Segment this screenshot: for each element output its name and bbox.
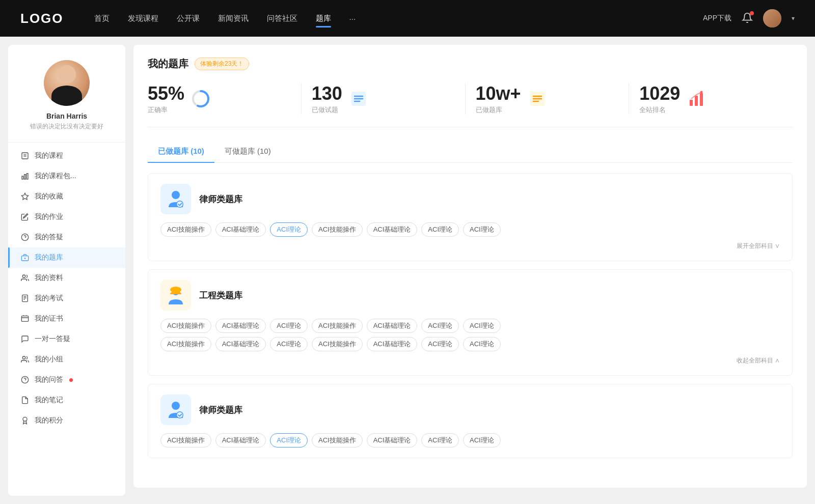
nav-questionbank[interactable]: 题库 (316, 12, 331, 25)
collapse-link-engineer[interactable]: 收起全部科目 ∧ (160, 356, 780, 365)
lawyer2-bank-icon (160, 395, 191, 425)
tag[interactable]: ACI理论 (421, 433, 459, 447)
stat-banks-label: 已做题库 (476, 105, 521, 115)
person-icon (20, 273, 30, 283)
tag[interactable]: ACI理论 (463, 222, 501, 237)
tag[interactable]: ACI基础理论 (215, 337, 266, 351)
engineer-bank-icon (160, 280, 191, 311)
user-avatar[interactable] (763, 9, 781, 27)
nav-right: APP下载 ▾ (703, 9, 795, 27)
tag[interactable]: ACI理论 (421, 319, 459, 333)
sidebar-item-questions[interactable]: 我的问答 (8, 370, 125, 390)
trial-badge: 体验剩余23天！ (195, 58, 249, 70)
tag[interactable]: ACI技能操作 (160, 337, 211, 351)
sidebar-item-1on1[interactable]: 一对一答疑 (8, 329, 125, 349)
certificate-icon (20, 314, 30, 323)
tag[interactable]: ACI基础理论 (215, 433, 266, 447)
sidebar-item-exam[interactable]: 我的考试 (8, 288, 125, 309)
app-download-link[interactable]: APP下载 (703, 14, 731, 23)
tag[interactable]: ACI理论 (421, 337, 459, 351)
sidebar-label: 我的考试 (35, 294, 63, 303)
sidebar-item-notes[interactable]: 我的笔记 (8, 390, 125, 410)
user-profile: Brian Harris 错误的决定比没有决定要好 (8, 45, 125, 139)
tag[interactable]: ACI基础理论 (367, 337, 418, 351)
nav-news[interactable]: 新闻资讯 (218, 12, 249, 25)
tag[interactable]: ACI基础理论 (367, 222, 418, 237)
bank-tags-lawyer-2: ACI技能操作 ACI基础理论 ACI理论 ACI技能操作 ACI基础理论 AC… (160, 433, 780, 447)
accuracy-icon (191, 89, 211, 109)
sidebar-item-qa[interactable]: 我的答疑 (8, 227, 125, 247)
sidebar-item-course-package[interactable]: 我的课程包... (8, 166, 125, 186)
bank-title-lawyer-2: 律师类题库 (199, 404, 242, 416)
tag[interactable]: ACI技能操作 (312, 433, 363, 447)
sidebar-label: 我的答疑 (35, 233, 63, 242)
expand-link-lawyer-1[interactable]: 展开全部科目 ∨ (160, 242, 780, 250)
tag[interactable]: ACI理论 (270, 319, 308, 333)
tag[interactable]: ACI技能操作 (312, 222, 363, 237)
tag-active[interactable]: ACI理论 (270, 222, 308, 237)
bank-icon (20, 253, 30, 262)
tag[interactable]: ACI理论 (270, 337, 308, 351)
stat-accuracy: 55% 正确率 (148, 83, 302, 115)
user-dropdown-arrow[interactable]: ▾ (792, 15, 795, 22)
nav-opencourse[interactable]: 公开课 (177, 12, 200, 25)
tag[interactable]: ACI技能操作 (312, 319, 363, 333)
sidebar-item-group[interactable]: 我的小组 (8, 349, 125, 370)
tag[interactable]: ACI理论 (421, 222, 459, 237)
sidebar-label: 一对一答疑 (35, 334, 70, 344)
tag[interactable]: ACI基础理论 (367, 433, 418, 447)
exam-icon (20, 294, 30, 303)
stats-row: 55% 正确率 130 已做试题 (148, 83, 793, 127)
sidebar-label: 我的题库 (35, 253, 63, 262)
tag[interactable]: ACI基础理论 (215, 222, 266, 237)
profile-motto: 错误的决定比没有决定要好 (30, 122, 103, 131)
tag-active[interactable]: ACI理论 (270, 433, 308, 447)
profile-avatar[interactable] (44, 60, 90, 106)
note-icon (20, 396, 30, 405)
nav-qa[interactable]: 问答社区 (267, 12, 297, 25)
page-title: 我的题库 (148, 57, 188, 71)
tab-done-banks[interactable]: 已做题库 (10) (148, 142, 214, 162)
tag[interactable]: ACI基础理论 (367, 319, 418, 333)
group-icon (20, 355, 30, 364)
svg-point-36 (172, 191, 180, 199)
sidebar-item-my-courses[interactable]: 我的课程 (8, 146, 125, 166)
page-layout: Brian Harris 错误的决定比没有决定要好 我的课程 我的课程包... (0, 37, 815, 504)
svg-rect-32 (690, 100, 693, 106)
edit-icon (20, 212, 30, 221)
sidebar-item-points[interactable]: 我的积分 (8, 410, 125, 431)
page-header: 我的题库 体验剩余23天！ (148, 57, 793, 71)
lawyer-bank-icon (160, 184, 191, 214)
sidebar-label: 我的资料 (35, 273, 63, 283)
stat-banks-done: 10w+ 已做题库 (466, 83, 630, 115)
points-icon (20, 416, 30, 425)
tag[interactable]: ACI基础理论 (215, 319, 266, 333)
tag[interactable]: ACI技能操作 (160, 222, 211, 237)
sidebar-item-favorites[interactable]: 我的收藏 (8, 186, 125, 207)
sidebar-menu: 我的课程 我的课程包... 我的收藏 我的作业 (8, 146, 125, 431)
stat-accuracy-label: 正确率 (148, 105, 184, 115)
tab-available-banks[interactable]: 可做题库 (10) (214, 142, 281, 162)
nav-discover[interactable]: 发现课程 (128, 12, 158, 25)
tag[interactable]: ACI技能操作 (160, 433, 211, 447)
sidebar-item-question-bank[interactable]: 我的题库 (8, 247, 125, 268)
logo: LOGO (20, 11, 64, 26)
stat-questions-done: 130 已做试题 (302, 83, 466, 115)
sidebar-item-homework[interactable]: 我的作业 (8, 207, 125, 227)
tag[interactable]: ACI理论 (463, 433, 501, 447)
nav-more[interactable]: ··· (349, 12, 356, 25)
svg-point-21 (23, 417, 27, 421)
tag[interactable]: ACI理论 (463, 337, 501, 351)
nav-home[interactable]: 首页 (94, 12, 110, 25)
sidebar-item-cert[interactable]: 我的证书 (8, 309, 125, 329)
sidebar-divider-1 (8, 142, 125, 143)
bank-tags-lawyer-1: ACI技能操作 ACI基础理论 ACI理论 ACI技能操作 ACI基础理论 AC… (160, 222, 780, 237)
svg-rect-33 (695, 96, 698, 106)
sidebar-item-profile[interactable]: 我的资料 (8, 268, 125, 288)
tag[interactable]: ACI理论 (463, 319, 501, 333)
help-circle-icon (20, 233, 30, 242)
tag[interactable]: ACI技能操作 (312, 337, 363, 351)
notification-bell[interactable] (742, 12, 753, 25)
tag[interactable]: ACI技能操作 (160, 319, 211, 333)
chart-bar-icon (20, 172, 30, 181)
